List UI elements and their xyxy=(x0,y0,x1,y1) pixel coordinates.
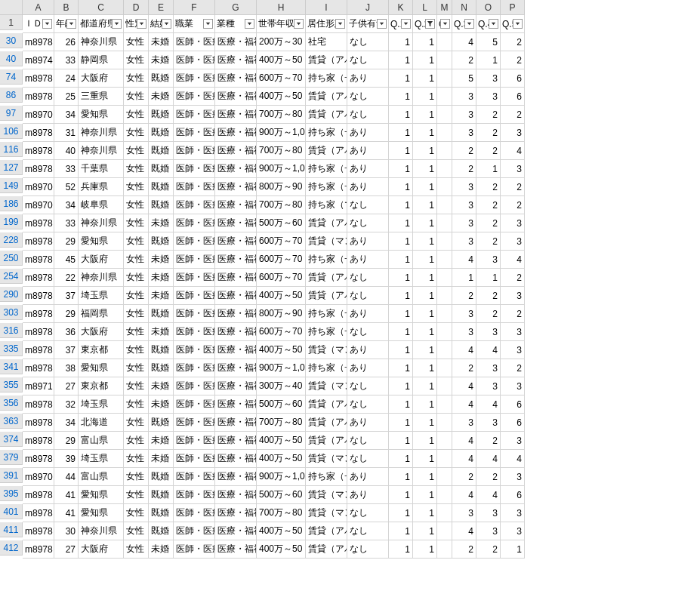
cell-F250[interactable]: 医師・医療 xyxy=(174,251,215,269)
cell-K30[interactable]: 1 xyxy=(389,33,413,51)
cell-D303[interactable]: 女性 xyxy=(124,305,149,323)
cell-L97[interactable]: 1 xyxy=(413,106,437,124)
cell-M228[interactable] xyxy=(437,232,452,251)
cell-C250[interactable]: 大阪府 xyxy=(79,251,124,269)
cell-H411[interactable]: 400万～50 xyxy=(257,522,306,540)
cell-B379[interactable]: 39 xyxy=(54,450,79,468)
cell-N40[interactable]: 2 xyxy=(452,51,476,69)
cell-I412[interactable]: 賃貸（アパ xyxy=(306,540,347,559)
cell-G199[interactable]: 医療・福祉 xyxy=(215,214,257,232)
cell-M254[interactable] xyxy=(437,269,452,287)
row-header-411[interactable]: 411 xyxy=(0,522,23,537)
cell-I40[interactable]: 賃貸（アパ xyxy=(306,51,347,69)
cell-E411[interactable]: 既婚 xyxy=(149,522,174,540)
cell-L149[interactable]: 1 xyxy=(413,178,437,196)
cell-E254[interactable]: 未婚 xyxy=(149,269,174,287)
cell-C254[interactable]: 神奈川県 xyxy=(79,269,124,287)
cell-C106[interactable]: 神奈川県 xyxy=(79,124,124,142)
cell-C391[interactable]: 富山県 xyxy=(79,468,124,486)
cell-L40[interactable]: 1 xyxy=(413,51,437,69)
header-cell-N[interactable]: Q.3 xyxy=(452,15,476,33)
cell-K40[interactable]: 1 xyxy=(389,51,413,69)
cell-E379[interactable]: 未婚 xyxy=(149,450,174,468)
cell-A254[interactable]: m8978 xyxy=(23,269,54,287)
cell-F395[interactable]: 医師・医療 xyxy=(174,486,215,504)
cell-F199[interactable]: 医師・医療 xyxy=(174,214,215,232)
cell-J116[interactable]: あり xyxy=(347,142,389,160)
cell-E401[interactable]: 既婚 xyxy=(149,504,174,522)
cell-M391[interactable] xyxy=(437,468,452,486)
cell-O199[interactable]: 2 xyxy=(476,214,501,232)
cell-B97[interactable]: 34 xyxy=(54,106,79,124)
cell-H412[interactable]: 400万～50 xyxy=(257,540,306,559)
cell-N86[interactable]: 3 xyxy=(452,88,476,106)
cell-I250[interactable]: 持ち家（一 xyxy=(306,251,347,269)
column-header-E[interactable]: E xyxy=(149,0,174,15)
cell-J254[interactable]: なし xyxy=(347,269,389,287)
cell-K374[interactable]: 1 xyxy=(389,432,413,450)
cell-B40[interactable]: 33 xyxy=(54,51,79,69)
cell-G30[interactable]: 医療・福祉 xyxy=(215,33,257,51)
cell-B228[interactable]: 29 xyxy=(54,232,79,251)
cell-K250[interactable]: 1 xyxy=(389,251,413,269)
cell-L303[interactable]: 1 xyxy=(413,305,437,323)
cell-D250[interactable]: 女性 xyxy=(124,251,149,269)
cell-M303[interactable] xyxy=(437,305,452,323)
cell-P199[interactable]: 3 xyxy=(501,214,525,232)
cell-F254[interactable]: 医師・医療 xyxy=(174,269,215,287)
cell-H395[interactable]: 500万～60 xyxy=(257,486,306,504)
cell-O303[interactable]: 2 xyxy=(476,305,501,323)
cell-B316[interactable]: 36 xyxy=(54,323,79,341)
cell-F411[interactable]: 医師・医療 xyxy=(174,522,215,540)
cell-A186[interactable]: m8970 xyxy=(23,196,54,214)
cell-C341[interactable]: 愛知県 xyxy=(79,359,124,377)
cell-K254[interactable]: 1 xyxy=(389,269,413,287)
column-header-A[interactable]: A xyxy=(23,0,54,15)
cell-A412[interactable]: m8978 xyxy=(23,540,54,559)
cell-C363[interactable]: 北海道 xyxy=(79,414,124,432)
cell-O74[interactable]: 3 xyxy=(476,69,501,88)
row-header-97[interactable]: 97 xyxy=(0,106,23,121)
cell-I290[interactable]: 賃貸（アパ xyxy=(306,287,347,305)
cell-N199[interactable]: 3 xyxy=(452,214,476,232)
cell-P106[interactable]: 3 xyxy=(501,124,525,142)
cell-J379[interactable]: なし xyxy=(347,450,389,468)
cell-O341[interactable]: 3 xyxy=(476,359,501,377)
cell-A97[interactable]: m8970 xyxy=(23,106,54,124)
cell-H374[interactable]: 400万～50 xyxy=(257,432,306,450)
cell-H303[interactable]: 800万～90 xyxy=(257,305,306,323)
cell-A363[interactable]: m8978 xyxy=(23,414,54,432)
header-cell-G[interactable]: 業種 xyxy=(215,15,257,33)
cell-O97[interactable]: 2 xyxy=(476,106,501,124)
header-cell-B[interactable]: 年齢 xyxy=(54,15,79,33)
cell-B116[interactable]: 40 xyxy=(54,142,79,160)
filter-dropdown-icon[interactable] xyxy=(162,19,171,29)
cell-B395[interactable]: 41 xyxy=(54,486,79,504)
cell-I199[interactable]: 賃貸（アパ xyxy=(306,214,347,232)
cell-C149[interactable]: 兵庫県 xyxy=(79,178,124,196)
cell-B127[interactable]: 33 xyxy=(54,160,79,178)
cell-B374[interactable]: 29 xyxy=(54,432,79,450)
cell-I395[interactable]: 賃貸（マン xyxy=(306,486,347,504)
cell-G116[interactable]: 医療・福祉 xyxy=(215,142,257,160)
filter-dropdown-icon[interactable] xyxy=(42,19,52,29)
cell-E412[interactable]: 未婚 xyxy=(149,540,174,559)
cell-C186[interactable]: 岐阜県 xyxy=(79,196,124,214)
cell-K149[interactable]: 1 xyxy=(389,178,413,196)
row-header-149[interactable]: 149 xyxy=(0,178,23,193)
cell-C116[interactable]: 神奈川県 xyxy=(79,142,124,160)
cell-F335[interactable]: 医師・医療 xyxy=(174,341,215,359)
cell-M116[interactable] xyxy=(437,142,452,160)
cell-A199[interactable]: m8978 xyxy=(23,214,54,232)
cell-A250[interactable]: m8978 xyxy=(23,251,54,269)
cell-O149[interactable]: 2 xyxy=(476,178,501,196)
cell-I341[interactable]: 持ち家（一 xyxy=(306,359,347,377)
cell-P86[interactable]: 6 xyxy=(501,88,525,106)
cell-M97[interactable] xyxy=(437,106,452,124)
cell-J341[interactable]: あり xyxy=(347,359,389,377)
cell-N401[interactable]: 3 xyxy=(452,504,476,522)
cell-D86[interactable]: 女性 xyxy=(124,88,149,106)
cell-H341[interactable]: 900万～1,0 xyxy=(257,359,306,377)
cell-N30[interactable]: 4 xyxy=(452,33,476,51)
cell-N254[interactable]: 1 xyxy=(452,269,476,287)
